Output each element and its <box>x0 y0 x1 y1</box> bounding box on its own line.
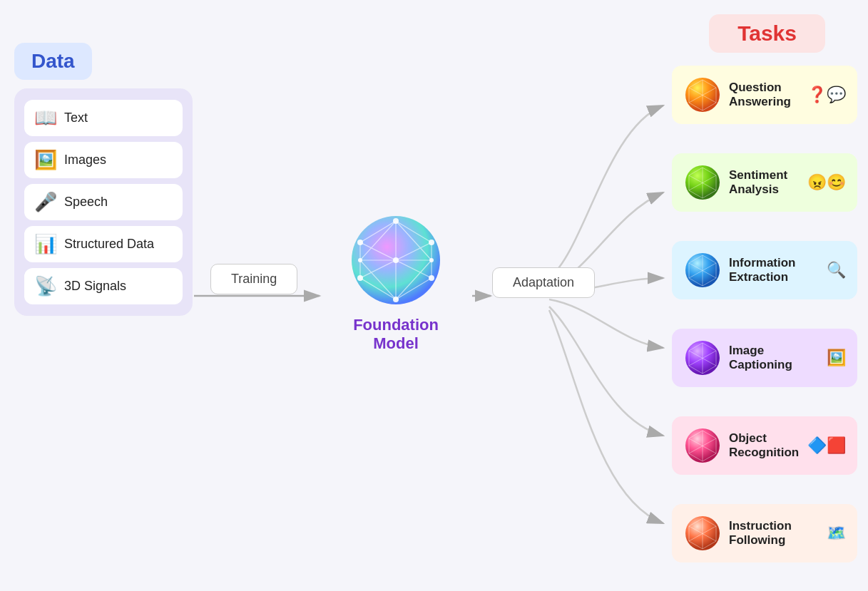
data-item-structured: 📊 Structured Data <box>24 226 183 262</box>
images-icon: 🖼️ <box>34 149 57 171</box>
data-item-speech-label: Speech <box>64 195 108 210</box>
adaptation-label: Adaptation <box>513 275 574 289</box>
data-section: Data 📖 Text 🖼️ Images 🎤 Speech 📊 Structu… <box>14 43 193 316</box>
svg-point-23 <box>429 258 434 262</box>
task-icons-ic: 🖼️ <box>827 349 846 367</box>
3d-icon: 📡 <box>34 275 57 297</box>
speech-icon: 🎤 <box>34 191 57 213</box>
data-item-images-label: Images <box>64 153 106 168</box>
structured-icon: 📊 <box>34 233 57 255</box>
task-item-ic: ImageCaptioning 🖼️ <box>672 329 857 387</box>
task-label-sa: SentimentAnalysis <box>729 168 800 197</box>
task-label-qa: QuestionAnswering <box>729 81 800 109</box>
task-icons-qa: ❓💬 <box>807 86 846 104</box>
adaptation-box: Adaptation <box>492 267 595 298</box>
task-item-sa: SentimentAnalysis 😠😊 <box>672 153 857 212</box>
task-label-ic: ImageCaptioning <box>729 344 820 372</box>
task-icons-if: 🗺️ <box>827 524 846 543</box>
training-box: Training <box>210 264 297 294</box>
task-sphere-ie <box>683 251 722 289</box>
task-sphere-sa <box>683 163 722 202</box>
svg-point-17 <box>429 275 434 281</box>
svg-point-20 <box>357 240 363 245</box>
svg-point-18 <box>393 297 399 302</box>
tasks-title-box: Tasks <box>709 14 825 53</box>
training-label: Training <box>231 272 277 286</box>
svg-point-19 <box>357 275 363 281</box>
data-item-3d: 📡 3D Signals <box>24 268 183 304</box>
task-label-or: ObjectRecognition <box>729 431 800 460</box>
task-item-if: InstructionFollowing 🗺️ <box>672 504 857 562</box>
task-item-or: ObjectRecognition 🔷🟥 <box>672 416 857 475</box>
task-icons-or: 🔷🟥 <box>807 436 846 455</box>
task-sphere-if <box>683 514 722 553</box>
data-items-box: 📖 Text 🖼️ Images 🎤 Speech 📊 Structured D… <box>14 88 193 316</box>
foundation-label: FoundationModel <box>321 316 471 354</box>
svg-point-16 <box>429 240 434 245</box>
task-sphere-ic <box>683 339 722 377</box>
data-title: Data <box>31 50 75 72</box>
svg-point-15 <box>393 218 399 224</box>
data-item-text: 📖 Text <box>24 100 183 136</box>
foundation-model-sphere <box>346 210 446 310</box>
book-icon: 📖 <box>34 107 57 129</box>
task-label-ie: InformationExtraction <box>729 256 820 284</box>
task-icons-ie: 🔍 <box>827 261 846 279</box>
svg-point-22 <box>358 258 362 262</box>
task-sphere-or <box>683 426 722 465</box>
data-item-3d-label: 3D Signals <box>64 279 126 294</box>
data-item-structured-label: Structured Data <box>64 237 154 252</box>
task-item-qa: QuestionAnswering ❓💬 <box>672 66 857 124</box>
data-item-images: 🖼️ Images <box>24 142 183 178</box>
data-item-speech: 🎤 Speech <box>24 184 183 220</box>
task-icons-sa: 😠😊 <box>807 173 846 192</box>
foundation-model-box: FoundationModel <box>321 210 471 354</box>
tasks-title: Tasks <box>737 21 797 45</box>
data-title-box: Data <box>14 43 92 80</box>
task-item-ie: InformationExtraction 🔍 <box>672 241 857 299</box>
task-label-if: InstructionFollowing <box>729 519 820 548</box>
data-item-text-label: Text <box>64 111 88 125</box>
task-sphere-qa <box>683 76 722 114</box>
svg-point-21 <box>393 257 399 263</box>
